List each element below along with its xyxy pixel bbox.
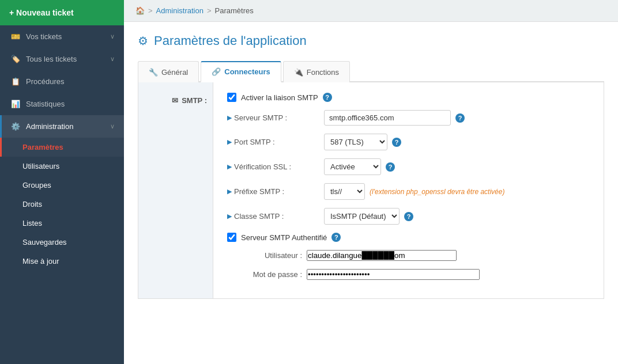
port-smtp-help[interactable]: ? <box>392 138 401 147</box>
tag-icon: 🏷️ <box>11 55 20 63</box>
arrow-icon-class: ▶ <box>227 213 232 220</box>
ssl-select[interactable]: Activée Désactivée <box>324 158 381 175</box>
sidebar-subitem-utilisateurs[interactable]: Utilisateurs <box>0 157 124 176</box>
sidebar-item-vos-tickets[interactable]: 🎫 Vos tickets ∨ <box>0 25 124 48</box>
class-smtp-row: ▶ Classe SMTP : IsSMTP (Défaut) Mail Sen… <box>227 208 590 225</box>
prefix-smtp-label: ▶ Préfixe SMTP : <box>227 187 319 196</box>
tab-panel: ✉ SMTP : Activer la liaison SMTP ? ▶ Ser… <box>138 82 604 299</box>
breadcrumb-sep2: > <box>207 6 212 15</box>
tab-fonctions[interactable]: 🔌 Fonctions <box>283 61 350 82</box>
port-smtp-label: ▶ Port SMTP : <box>227 138 319 146</box>
page-title-row: ⚙ Paramètres de l'application <box>138 33 604 48</box>
sidebar-subitem-groupes[interactable]: Groupes <box>0 176 124 195</box>
class-smtp-help[interactable]: ? <box>404 212 413 221</box>
stats-icon: 📊 <box>11 100 20 108</box>
port-smtp-row: ▶ Port SMTP : 587 (TLS) 25 465 (SSL) Per… <box>227 134 590 150</box>
tabs-container: 🔧 Général 🔗 Connecteurs 🔌 Fonctions <box>138 60 604 82</box>
auth-smtp-label: Serveur SMTP Authentifié <box>241 233 327 242</box>
breadcrumb-current: Paramètres <box>215 6 254 15</box>
arrow-icon-port: ▶ <box>227 138 232 146</box>
sidebar-subitem-droits[interactable]: Droits <box>0 195 124 214</box>
user-field-row: Utilisateur : <box>227 250 590 261</box>
sidebar-label-administration: Administration <box>26 122 73 131</box>
admin-icon: ⚙️ <box>11 122 20 131</box>
breadcrumb: 🏠 > Administration > Paramètres <box>124 0 618 22</box>
general-tab-icon: 🔧 <box>149 68 158 77</box>
server-smtp-input[interactable] <box>324 110 451 126</box>
port-smtp-select[interactable]: 587 (TLS) 25 465 (SSL) Personnalisé <box>324 134 387 150</box>
sidebar-subitem-sauvegardes[interactable]: Sauvegardes <box>0 233 124 252</box>
tab-general-label: Général <box>161 68 188 77</box>
class-smtp-select[interactable]: IsSMTP (Défaut) Mail Sendmail <box>324 208 400 225</box>
sidebar-subitem-parametres[interactable]: Paramètres <box>0 138 124 157</box>
tab-fonctions-label: Fonctions <box>307 68 339 77</box>
sidebar-subitem-listes[interactable]: Listes <box>0 214 124 233</box>
page-content: ⚙ Paramètres de l'application 🔧 Général … <box>124 22 618 364</box>
activate-smtp-checkbox[interactable] <box>227 93 236 102</box>
smtp-section-label: SMTP : <box>182 96 207 105</box>
smtp-label-column: ✉ SMTP : <box>138 82 213 298</box>
procedures-icon: 📋 <box>11 77 20 86</box>
arrow-icon-server: ▶ <box>227 114 232 122</box>
prefix-smtp-row: ▶ Préfixe SMTP : tls// ssl// Aucun (l'ex… <box>227 183 590 200</box>
home-icon[interactable]: 🏠 <box>135 6 145 15</box>
password-field-row: Mot de passe : <box>227 269 590 280</box>
server-smtp-help[interactable]: ? <box>455 113 465 123</box>
ssl-help[interactable]: ? <box>386 162 395 172</box>
page-gear-icon: ⚙ <box>138 34 148 48</box>
tab-general[interactable]: 🔧 Général <box>138 61 199 82</box>
sidebar-label-vos-tickets: Vos tickets <box>26 32 62 41</box>
sidebar-subitem-mise-a-jour[interactable]: Mise à jour <box>0 252 124 271</box>
sidebar-label-statistiques: Statistiques <box>26 100 65 108</box>
arrow-icon-ssl: ▶ <box>227 163 232 170</box>
chevron-icon-2: ∨ <box>110 55 115 63</box>
page-title: Paramètres de l'application <box>154 33 307 48</box>
tab-connecteurs[interactable]: 🔗 Connecteurs <box>201 61 281 82</box>
auth-smtp-row: Serveur SMTP Authentifié ? <box>227 233 590 242</box>
activate-smtp-label: Activer la liaison SMTP <box>241 93 318 102</box>
ssl-label: ▶ Vérification SSL : <box>227 162 319 171</box>
auth-smtp-checkbox[interactable] <box>227 233 236 242</box>
auth-smtp-help[interactable]: ? <box>331 233 341 242</box>
envelope-icon: ✉ <box>172 96 178 105</box>
activate-smtp-help[interactable]: ? <box>323 93 332 102</box>
password-label: Mot de passe : <box>244 270 302 279</box>
password-input[interactable] <box>307 269 480 280</box>
sidebar-item-statistiques[interactable]: 📊 Statistiques <box>0 93 124 115</box>
smtp-form-area: Activer la liaison SMTP ? ▶ Serveur SMTP… <box>213 82 604 298</box>
sidebar-label-procedures: Procédures <box>26 77 64 86</box>
ticket-icon: 🎫 <box>11 32 20 41</box>
user-input[interactable] <box>307 250 457 261</box>
connecteurs-tab-icon: 🔗 <box>212 67 221 76</box>
ssl-row: ▶ Vérification SSL : Activée Désactivée … <box>227 158 590 175</box>
chevron-icon-admin: ∨ <box>110 123 115 130</box>
class-smtp-label: ▶ Classe SMTP : <box>227 212 319 221</box>
user-label: Utilisateur : <box>244 251 302 260</box>
breadcrumb-link-administration[interactable]: Administration <box>156 6 204 15</box>
main-content: 🏠 > Administration > Paramètres ⚙ Paramè… <box>124 0 618 364</box>
new-ticket-button[interactable]: + Nouveau ticket <box>0 0 124 25</box>
prefix-smtp-select[interactable]: tls// ssl// Aucun <box>324 183 365 200</box>
sidebar-label-tous-tickets: Tous les tickets <box>26 55 77 63</box>
tab-connecteurs-label: Connecteurs <box>224 67 270 76</box>
server-smtp-label: ▶ Serveur SMTP : <box>227 113 319 122</box>
breadcrumb-sep1: > <box>148 6 153 15</box>
sidebar: + Nouveau ticket 🎫 Vos tickets ∨ 🏷️ Tous… <box>0 0 124 364</box>
sidebar-item-procedures[interactable]: 📋 Procédures <box>0 70 124 93</box>
sidebar-item-administration[interactable]: ⚙️ Administration ∨ <box>0 115 124 138</box>
sidebar-item-tous-tickets[interactable]: 🏷️ Tous les tickets ∨ <box>0 48 124 70</box>
activate-smtp-row: Activer la liaison SMTP ? <box>227 93 590 102</box>
chevron-icon: ∨ <box>110 33 115 40</box>
arrow-icon-prefix: ▶ <box>227 188 232 195</box>
prefix-hint-text: (l'extension php_openssl devra être acti… <box>370 188 504 196</box>
server-smtp-row: ▶ Serveur SMTP : ? <box>227 110 590 126</box>
fonctions-tab-icon: 🔌 <box>294 68 303 77</box>
